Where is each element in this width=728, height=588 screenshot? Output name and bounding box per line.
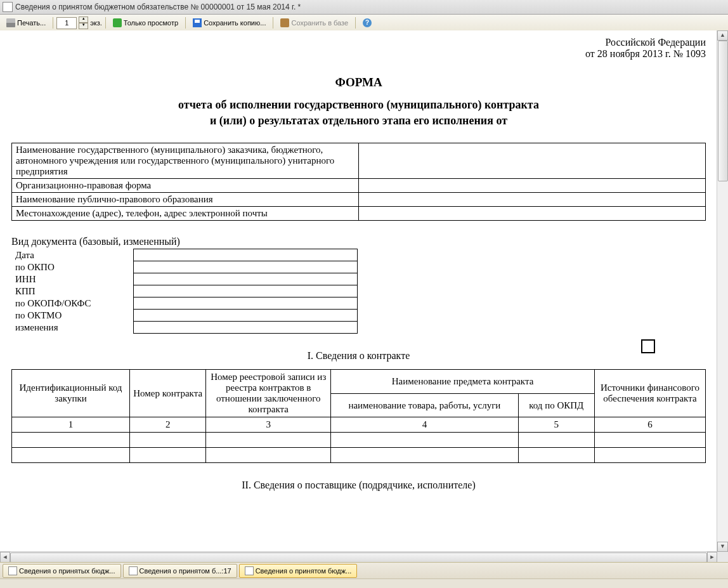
vertical-scrollbar[interactable]: ▲ ▼ xyxy=(717,30,728,552)
okopf-value xyxy=(134,297,358,310)
window-title: Сведения о принятом бюджетном обязательс… xyxy=(15,3,301,11)
copies-down-button[interactable]: ▼ xyxy=(79,23,88,29)
tab-label: Сведения о принятом б...:17 xyxy=(140,567,231,575)
separator xyxy=(273,17,273,29)
table-row xyxy=(12,448,706,463)
scroll-thumb[interactable] xyxy=(10,552,707,563)
db-icon xyxy=(280,18,289,27)
tab-label: Сведения о принятом бюдж... xyxy=(256,567,352,575)
colnum-1: 1 xyxy=(12,417,130,433)
scroll-thumb[interactable] xyxy=(718,41,728,181)
oktmo-label: по ОКТМО xyxy=(11,310,134,322)
view-icon xyxy=(113,18,122,27)
codes-table: Дата по ОКПО ИНН КПП по ОКОПФ/ОКФС по ОК… xyxy=(11,249,358,334)
address-label: Местонахождение (адрес), телефон, адрес … xyxy=(12,207,359,221)
scroll-up-button[interactable]: ▲ xyxy=(717,30,728,41)
colnum-6: 6 xyxy=(594,417,705,433)
address-value xyxy=(359,207,706,221)
inn-label: ИНН xyxy=(11,273,134,285)
help-button[interactable]: ? xyxy=(359,16,375,29)
org-form-value xyxy=(359,179,706,193)
horizontal-scrollbar[interactable]: ◄ ► xyxy=(0,551,717,563)
document-icon xyxy=(245,566,254,575)
window-tab-3[interactable]: Сведения о принятом бюдж... xyxy=(239,564,358,578)
customer-name-label: Наименование государственного (муниципал… xyxy=(12,143,359,179)
col-goods-name: наименование товара, работы, услуги xyxy=(331,393,518,417)
content-area: Российской Федерации от 28 ноября 2013 г… xyxy=(0,30,728,563)
scroll-left-button[interactable]: ◄ xyxy=(0,552,10,563)
colnum-4: 4 xyxy=(331,417,518,433)
header-right: Российской Федерации от 28 ноября 2013 г… xyxy=(11,37,706,60)
colnum-2: 2 xyxy=(129,417,205,433)
colnum-5: 5 xyxy=(518,417,594,433)
colnum-3: 3 xyxy=(206,417,331,433)
oktmo-value xyxy=(134,310,358,322)
save-db-label: Сохранить в базе xyxy=(291,19,348,27)
header-line1: Российской Федерации xyxy=(11,37,706,48)
copies-input[interactable] xyxy=(56,17,77,29)
save-copy-button[interactable]: Сохранить копию... xyxy=(189,16,270,29)
okpo-value xyxy=(134,261,358,273)
document-page: Российской Федерации от 28 ноября 2013 г… xyxy=(0,30,717,518)
kpp-value xyxy=(134,285,358,297)
col-subject: Наименование предмета контракта xyxy=(331,370,595,394)
form-sub-line2: и (или) о результатах отдельного этапа е… xyxy=(11,113,706,129)
col-okpd: код по ОКПД xyxy=(518,393,594,417)
date-label: Дата xyxy=(11,249,134,261)
help-icon: ? xyxy=(363,18,372,27)
copies-suffix: экз. xyxy=(90,19,102,27)
window-tabs-bar: Сведения о принятых бюдж... Сведения о п… xyxy=(0,562,728,579)
customer-name-value xyxy=(359,143,706,179)
separator xyxy=(53,17,53,29)
scroll-down-button[interactable]: ▼ xyxy=(717,542,728,552)
document-icon xyxy=(8,566,17,575)
scroll-corner xyxy=(717,552,728,563)
inn-value xyxy=(134,273,358,285)
doc-type-label: Вид документа (базовый, измененный) xyxy=(11,236,706,247)
view-only-label: Только просмотр xyxy=(124,19,178,27)
checkbox-marker xyxy=(641,339,655,353)
print-icon xyxy=(6,18,15,27)
okopf-label: по ОКОПФ/ОКФС xyxy=(11,297,134,310)
document-icon xyxy=(129,566,138,575)
toolbar: Печать... ▲ ▼ экз. Только просмотр Сохра… xyxy=(0,15,728,32)
save-db-button[interactable]: Сохранить в базе xyxy=(276,16,352,29)
window-tab-2[interactable]: Сведения о принятом б...:17 xyxy=(123,564,237,578)
okpo-label: по ОКПО xyxy=(11,261,134,273)
col-id-code: Идентификационный код закупки xyxy=(12,370,130,417)
org-form-label: Организационно-правовая форма xyxy=(12,179,359,193)
print-label: Печать... xyxy=(17,19,46,27)
col-contract-num: Номер контракта xyxy=(129,370,205,417)
col-sources: Источники финансового обеспечения контра… xyxy=(594,370,705,417)
date-value xyxy=(134,249,358,261)
kpp-label: КПП xyxy=(11,285,134,297)
separator xyxy=(105,17,106,29)
separator xyxy=(185,17,186,29)
tab-label: Сведения о принятых бюдж... xyxy=(19,567,115,575)
save-copy-label: Сохранить копию... xyxy=(204,19,266,27)
form-subtitle: отчета об исполнении государственного (м… xyxy=(11,97,706,129)
window-tab-1[interactable]: Сведения о принятых бюдж... xyxy=(3,564,121,578)
status-bar xyxy=(0,578,728,588)
document-icon xyxy=(3,2,13,12)
izm-value xyxy=(134,322,358,334)
section-2-header: II. Сведения о поставщике (подрядчике, и… xyxy=(11,480,706,491)
form-title: ФОРМА xyxy=(11,75,706,89)
public-entity-value xyxy=(359,193,706,207)
scroll-right-button[interactable]: ► xyxy=(707,552,717,563)
view-only-button[interactable]: Только просмотр xyxy=(109,16,182,29)
copies-up-button[interactable]: ▲ xyxy=(79,16,88,23)
print-button[interactable]: Печать... xyxy=(3,16,49,29)
save-icon xyxy=(193,18,202,27)
window-titlebar: Сведения о принятом бюджетном обязательс… xyxy=(0,0,728,15)
public-entity-label: Наименование публично-правового образова… xyxy=(12,193,359,207)
customer-info-table: Наименование государственного (муниципал… xyxy=(11,143,706,221)
document-scroll[interactable]: Российской Федерации от 28 ноября 2013 г… xyxy=(0,30,717,552)
form-sub-line1: отчета об исполнении государственного (м… xyxy=(11,97,706,113)
contract-info-table: Идентификационный код закупки Номер конт… xyxy=(11,369,706,463)
section-1-header: I. Сведения о контракте xyxy=(11,350,706,362)
izm-label: изменения xyxy=(11,322,134,334)
separator xyxy=(355,17,356,29)
col-registry-num: Номер реестровой записи из реестра контр… xyxy=(206,370,331,417)
table-row xyxy=(12,433,706,448)
